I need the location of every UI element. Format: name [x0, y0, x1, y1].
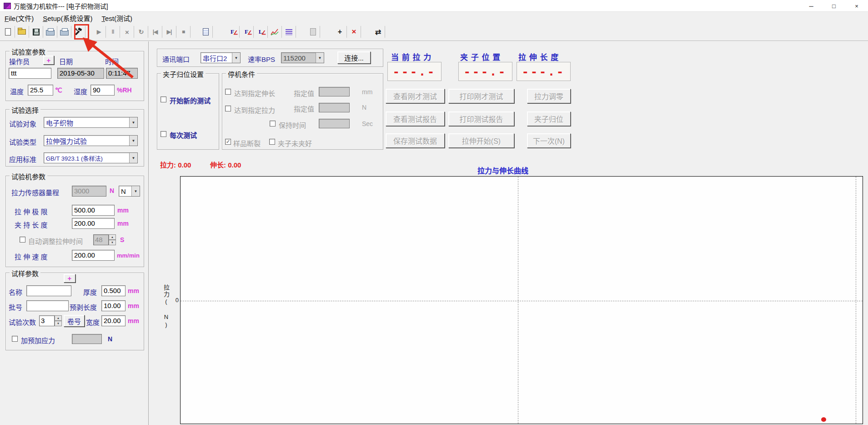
- stop-icon: ■: [182, 29, 185, 35]
- minimize-button[interactable]: ─: [800, 0, 823, 12]
- menu-file[interactable]: File(文件): [0, 12, 38, 24]
- thickness-input[interactable]: 0.500: [101, 285, 125, 296]
- test-type-select[interactable]: 拉伸强力试验 ▼: [44, 135, 138, 146]
- add-specimen-button[interactable]: +: [64, 274, 75, 283]
- clamp-position-display: ---.-: [458, 62, 512, 81]
- next-test-button[interactable]: 下一次(N): [527, 133, 571, 148]
- force-unit-select[interactable]: N ▼: [119, 186, 140, 197]
- start-button[interactable]: ▶: [93, 25, 105, 38]
- pause-button[interactable]: ‖: [107, 25, 119, 38]
- force-curve-1-button[interactable]: F∠: [226, 25, 238, 38]
- test-report-button[interactable]: [200, 25, 211, 38]
- elongation-stop-checkbox[interactable]: [225, 89, 231, 95]
- spin-up-icon[interactable]: ▲: [109, 234, 116, 240]
- test-type-label: 试验类型: [9, 137, 36, 147]
- printer-icon: [46, 30, 55, 35]
- temperature-label: 温度: [10, 86, 24, 96]
- panel-separator: [148, 41, 149, 425]
- spin-down-icon[interactable]: ▼: [55, 321, 62, 326]
- roll-number-button[interactable]: 卷号: [64, 315, 85, 327]
- stop-conditions-title: 停机条件: [226, 69, 257, 79]
- go-first-button[interactable]: |◀: [149, 25, 161, 38]
- print-last-test-button[interactable]: 打印刚才测试: [448, 89, 514, 103]
- add-test-button[interactable]: +: [334, 25, 346, 38]
- force-curve-2-button[interactable]: F∠: [241, 25, 252, 38]
- speed-input[interactable]: 200.00: [72, 250, 115, 261]
- new-test-homing-checkbox[interactable]: [161, 96, 166, 102]
- new-file-button[interactable]: [2, 25, 14, 38]
- length-curve-button[interactable]: L∠: [255, 25, 266, 38]
- print-button[interactable]: [44, 25, 56, 38]
- save-test-data-button[interactable]: 保存测试数据: [386, 133, 445, 148]
- start-tensile-button[interactable]: 拉伸开始(S): [448, 133, 514, 148]
- menu-setup[interactable]: Setup(系统设置): [38, 12, 97, 24]
- dropdown-arrow-icon[interactable]: ▼: [131, 186, 140, 196]
- print-preview-button[interactable]: [58, 25, 70, 38]
- width-input[interactable]: 20.00: [101, 315, 125, 326]
- comm-port-select[interactable]: 串行口2 ▼: [201, 52, 241, 63]
- maximize-button[interactable]: □: [823, 0, 845, 12]
- sample-break-checkbox[interactable]: [225, 139, 231, 145]
- chart-title: 拉力与伸长曲线: [477, 165, 528, 176]
- save-file-button[interactable]: [30, 25, 42, 38]
- dropdown-arrow-icon[interactable]: ▼: [129, 117, 137, 127]
- force-stop-label: 达到指定拉力: [234, 105, 275, 115]
- tensile-limit-input[interactable]: 500.00: [72, 205, 115, 216]
- list-icon: [286, 29, 292, 35]
- maximize-icon: □: [832, 3, 836, 10]
- dropdown-arrow-icon[interactable]: ▼: [316, 53, 324, 63]
- operator-input[interactable]: ttt: [9, 68, 51, 79]
- reset-button[interactable]: ↻: [135, 25, 147, 38]
- force-stop-checkbox[interactable]: [225, 106, 231, 111]
- specimen-name-input[interactable]: [26, 285, 71, 296]
- tensile-length-header: 拉 伸 长 度: [518, 51, 559, 62]
- spin-down-icon[interactable]: ▼: [109, 240, 116, 245]
- stop-button[interactable]: ■: [177, 25, 189, 38]
- status-elongation-value: 伸长: 0.00: [210, 160, 241, 169]
- zero-force-button[interactable]: 拉力调零: [527, 89, 571, 103]
- menu-test[interactable]: Test(测试): [97, 12, 137, 24]
- auto-time-spinner[interactable]: 48 ▲▼: [93, 234, 116, 245]
- baud-rate-select[interactable]: 115200 ▼: [281, 52, 324, 63]
- dropdown-arrow-icon[interactable]: ▼: [129, 136, 137, 146]
- dropdown-arrow-icon[interactable]: ▼: [232, 53, 240, 63]
- go-last-button[interactable]: ▶|: [163, 25, 175, 38]
- clamp-home-button[interactable]: 夹子归位: [527, 111, 571, 126]
- peel-length-input[interactable]: 10.00: [101, 300, 125, 311]
- grip-length-input[interactable]: 200.00: [72, 218, 115, 229]
- clamp-position-header: 夹 子 位 置: [460, 51, 501, 62]
- temperature-input[interactable]: 25.5: [28, 85, 53, 96]
- test-object-select[interactable]: 电子织物 ▼: [44, 117, 138, 128]
- humidity-input[interactable]: 90: [90, 85, 115, 96]
- curve-graph-button[interactable]: [269, 25, 281, 38]
- delete-test-button[interactable]: ×: [348, 25, 360, 38]
- add-operator-button[interactable]: +: [43, 56, 54, 65]
- baud-rate-label: 速率BPS: [248, 54, 275, 64]
- view-report-button[interactable]: 查看测试报告: [386, 111, 445, 126]
- print-report-button[interactable]: 打印测试报告: [448, 111, 514, 126]
- preload-label: 加预加应力: [21, 335, 55, 345]
- batch-input[interactable]: [26, 300, 69, 311]
- chart-crosshair-vertical: [518, 177, 518, 424]
- dropdown-arrow-icon[interactable]: ▼: [129, 153, 137, 163]
- clamp-loose-checkbox[interactable]: [269, 139, 275, 145]
- hold-time-checkbox[interactable]: [270, 121, 276, 126]
- specified-value-label-2: 指定值: [294, 104, 314, 113]
- close-button[interactable]: ×: [845, 0, 868, 12]
- cancel-button[interactable]: ×: [121, 25, 133, 38]
- connect-button[interactable]: 连接...: [337, 51, 371, 64]
- spin-up-icon[interactable]: ▲: [55, 315, 62, 321]
- view-last-test-button[interactable]: 查看刚才测试: [386, 89, 445, 103]
- auto-time-checkbox[interactable]: [20, 237, 25, 243]
- test-count-spinner[interactable]: 3 ▲▼: [39, 315, 62, 326]
- save-data-button[interactable]: [307, 25, 319, 38]
- data-list-button[interactable]: [283, 25, 295, 38]
- peel-length-unit: mm: [128, 302, 139, 309]
- chart-y-zero-tick: 0: [171, 297, 179, 304]
- standard-select[interactable]: GB/T 3923.1 (条样法) ▼: [44, 152, 138, 163]
- save-icon: [33, 29, 40, 35]
- preload-checkbox[interactable]: [12, 336, 18, 342]
- open-file-button[interactable]: [16, 25, 28, 38]
- each-test-homing-checkbox[interactable]: [161, 131, 166, 137]
- transfer-data-button[interactable]: ⇄: [372, 25, 384, 38]
